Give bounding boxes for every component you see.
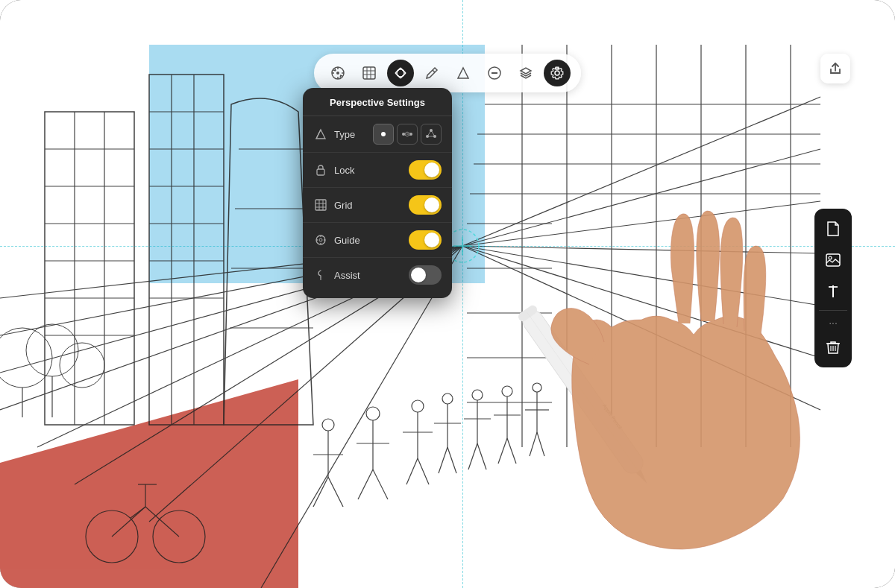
guide-label: Guide — [334, 235, 409, 246]
toolbar — [314, 54, 581, 92]
svg-line-97 — [131, 507, 145, 518]
assist-icon — [313, 268, 328, 282]
svg-line-139 — [427, 130, 431, 136]
toolbar-pen-btn[interactable] — [418, 60, 445, 86]
svg-line-72 — [448, 447, 456, 473]
type-icon — [313, 127, 328, 142]
type-btn-dot[interactable] — [373, 124, 394, 145]
svg-point-130 — [555, 71, 559, 75]
grid-row: Grid — [303, 188, 452, 223]
svg-point-58 — [366, 407, 380, 420]
svg-rect-113 — [363, 67, 375, 79]
svg-line-67 — [418, 458, 429, 484]
svg-point-89 — [26, 324, 78, 376]
svg-point-132 — [381, 132, 386, 136]
svg-line-140 — [431, 130, 435, 136]
guide-row: Guide — [303, 223, 452, 258]
ipad-frame: Perspective Settings Type — [0, 0, 895, 588]
svg-line-71 — [439, 447, 448, 473]
grid-label: Grid — [334, 200, 409, 211]
lock-toggle[interactable] — [409, 160, 442, 180]
toolbar-minus-btn[interactable] — [481, 60, 508, 86]
type-btn-two-point[interactable] — [397, 124, 418, 145]
svg-point-154 — [320, 279, 321, 280]
svg-line-127 — [433, 70, 435, 72]
svg-point-104 — [336, 72, 339, 75]
type-btn-three-point[interactable] — [421, 124, 442, 145]
svg-line-56 — [313, 477, 328, 507]
assist-toggle-knob — [411, 268, 426, 282]
hand-pencil-overlay: Apple Pencil — [462, 178, 895, 588]
svg-point-149 — [319, 238, 322, 241]
assist-row: Assist — [303, 258, 452, 292]
svg-rect-142 — [317, 169, 324, 175]
assist-label: Assist — [334, 270, 409, 281]
lock-icon — [313, 162, 328, 177]
perspective-settings-popup: Perspective Settings Type — [303, 88, 452, 298]
lock-label: Lock — [334, 165, 409, 176]
assist-toggle[interactable] — [409, 265, 442, 285]
toolbar-transform-btn[interactable] — [387, 60, 414, 86]
guide-icon — [313, 233, 328, 247]
svg-line-61 — [358, 470, 373, 499]
grid-toggle-knob — [424, 197, 439, 212]
type-row: Type — [303, 116, 452, 153]
svg-line-62 — [373, 470, 388, 499]
share-button[interactable] — [820, 54, 850, 83]
toolbar-settings-btn[interactable] — [544, 60, 571, 86]
svg-line-131 — [316, 130, 321, 139]
toolbar-hatch-btn[interactable] — [356, 60, 383, 86]
guide-toggle-knob — [424, 233, 439, 247]
svg-rect-9 — [149, 75, 224, 425]
type-options — [373, 124, 442, 145]
type-label: Type — [334, 129, 373, 140]
lock-toggle-knob — [424, 162, 439, 177]
svg-line-111 — [333, 70, 336, 71]
grid-icon — [313, 197, 328, 212]
popup-title: Perspective Settings — [303, 88, 452, 116]
svg-line-66 — [406, 458, 418, 484]
svg-point-68 — [442, 393, 453, 404]
toolbar-perspective-btn[interactable] — [324, 60, 351, 86]
guide-toggle[interactable] — [409, 230, 442, 250]
toolbar-layers-btn[interactable] — [512, 60, 539, 86]
svg-rect-143 — [315, 200, 326, 210]
grid-toggle[interactable] — [409, 195, 442, 215]
svg-line-57 — [328, 477, 343, 507]
svg-line-112 — [340, 75, 342, 76]
svg-point-53 — [322, 419, 334, 431]
toolbar-triangle-btn[interactable] — [450, 60, 477, 86]
lock-row: Lock — [303, 153, 452, 188]
svg-point-63 — [412, 400, 424, 412]
